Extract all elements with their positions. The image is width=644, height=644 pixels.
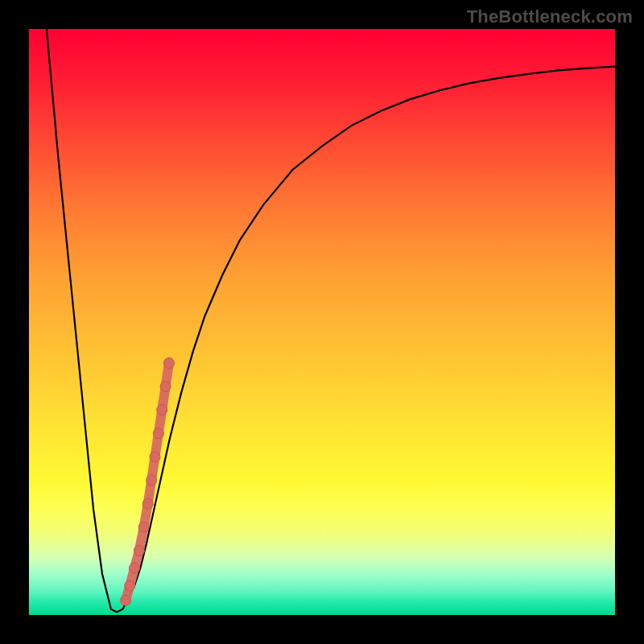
marker-point (125, 580, 135, 591)
marker-point (147, 475, 157, 485)
marker-point (157, 405, 167, 415)
marker-point (142, 498, 153, 509)
marker-point (150, 452, 160, 462)
marker-point (138, 522, 149, 532)
marker-point (163, 357, 174, 368)
highlighted-markers (121, 357, 175, 605)
marker-point (153, 428, 163, 439)
marker-point (134, 545, 144, 555)
curve-layer (29, 29, 615, 615)
marker-point (160, 382, 171, 392)
chart-frame: TheBottleneck.com (0, 0, 644, 644)
marker-point (130, 563, 140, 573)
bottleneck-curve-path (47, 29, 615, 612)
marker-point (121, 595, 131, 605)
watermark-text: TheBottleneck.com (467, 6, 633, 27)
plot-area (29, 29, 615, 615)
